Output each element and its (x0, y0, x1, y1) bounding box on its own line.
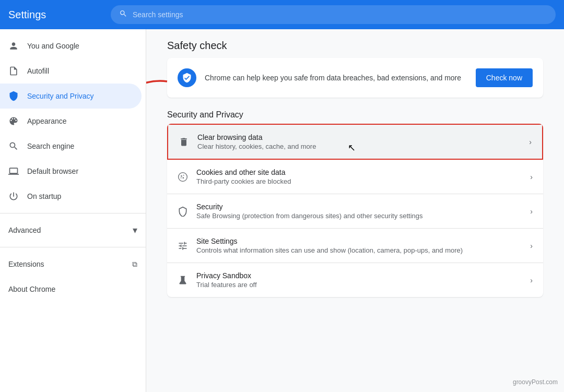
palette-icon (8, 116, 19, 126)
sidebar-label-you-and-google: You and Google (27, 42, 133, 50)
privacy-sandbox-text: Privacy Sandbox Trial features are off (196, 271, 522, 289)
svg-point-5 (181, 177, 182, 178)
header: Settings (0, 0, 564, 29)
clear-browsing-data-text: Clear browsing data Clear history, cooki… (197, 133, 521, 150)
flask-icon (178, 275, 188, 286)
sidebar-item-on-startup[interactable]: On startup (0, 184, 142, 209)
tune-icon (178, 241, 188, 251)
search-engine-icon (8, 141, 19, 151)
sidebar-item-autofill[interactable]: Autofill (0, 58, 142, 84)
chevron-down-icon: ▾ (133, 224, 137, 236)
sidebar-label-search-engine: Search engine (27, 142, 133, 150)
settings-title: Settings (8, 9, 102, 21)
sidebar-item-search-engine[interactable]: Search engine (0, 134, 142, 159)
autofill-icon (8, 66, 19, 76)
cookies-site-data-subtitle: Third-party cookies are blocked (196, 177, 522, 185)
chevron-right-icon-1: › (530, 173, 533, 181)
chevron-right-icon-2: › (530, 207, 533, 216)
site-settings-subtitle: Controls what information sites can use … (196, 246, 522, 254)
sidebar-label-security-privacy: Security and Privacy (27, 92, 133, 100)
safety-check-card: Chrome can help keep you safe from data … (167, 58, 543, 98)
sidebar: You and Google Autofill Security and Pri… (0, 29, 146, 392)
svg-point-3 (183, 174, 184, 175)
chevron-right-icon-0: › (529, 138, 532, 146)
cookies-site-data-title: Cookies and other site data (196, 168, 522, 176)
privacy-sandbox-title: Privacy Sandbox (196, 271, 522, 280)
advanced-label: Advanced (8, 226, 41, 234)
search-bar[interactable] (111, 5, 556, 24)
search-icon (119, 9, 127, 20)
svg-point-1 (179, 172, 187, 181)
shield-icon (8, 91, 19, 101)
sidebar-label-appearance: Appearance (27, 117, 133, 125)
watermark: groovyPost.com (513, 378, 558, 386)
sidebar-label-default-browser: Default browser (27, 167, 133, 175)
cookies-site-data-text: Cookies and other site data Third-party … (196, 168, 522, 185)
sidebar-divider-1 (0, 213, 146, 213)
check-now-button[interactable]: Check now (476, 68, 533, 87)
clear-browsing-data-row[interactable]: Clear browsing data Clear history, cooki… (167, 124, 543, 160)
svg-point-4 (183, 177, 184, 179)
computer-icon (8, 166, 19, 176)
sidebar-item-security-privacy[interactable]: Security and Privacy (0, 84, 142, 109)
section-title: Security and Privacy (167, 110, 543, 120)
sidebar-item-you-and-google[interactable]: You and Google (0, 33, 142, 58)
sidebar-label-autofill: Autofill (27, 67, 133, 75)
site-settings-text: Site Settings Controls what information … (196, 237, 522, 254)
delete-icon (179, 137, 189, 147)
main-content: Safety check Chrome can help keep you sa… (146, 29, 564, 392)
about-chrome-label: About Chrome (8, 285, 55, 293)
sidebar-item-default-browser[interactable]: Default browser (0, 159, 142, 184)
privacy-sandbox-row[interactable]: Privacy Sandbox Trial features are off › (167, 263, 543, 297)
cookies-site-data-row[interactable]: Cookies and other site data Third-party … (167, 160, 543, 194)
clear-browsing-data-subtitle: Clear history, cookies, cache, and more (197, 142, 521, 150)
settings-card: Clear browsing data Clear history, cooki… (167, 124, 543, 297)
sidebar-item-extensions[interactable]: Extensions ⧉ (0, 252, 146, 277)
cookie-icon (178, 172, 188, 182)
privacy-sandbox-subtitle: Trial features are off (196, 281, 522, 289)
site-settings-row[interactable]: Site Settings Controls what information … (167, 229, 543, 263)
layout: You and Google Autofill Security and Pri… (0, 29, 564, 392)
safety-check-title: Safety check (167, 40, 543, 52)
security-title: Security (196, 203, 522, 211)
site-settings-title: Site Settings (196, 237, 522, 245)
security-subtitle: Safe Browsing (protection from dangerous… (196, 212, 522, 220)
sidebar-item-appearance[interactable]: Appearance (0, 109, 142, 134)
content-wrapper: Safety check Chrome can help keep you sa… (167, 40, 543, 297)
chevron-right-icon-3: › (530, 242, 533, 250)
sidebar-item-about-chrome[interactable]: About Chrome (0, 277, 146, 302)
security-text: Security Safe Browsing (protection from … (196, 203, 522, 220)
safety-check-description: Chrome can help keep you safe from data … (205, 73, 467, 84)
search-input[interactable] (133, 10, 547, 19)
security-row[interactable]: Security Safe Browsing (protection from … (167, 194, 543, 229)
extensions-label: Extensions (8, 260, 44, 268)
sidebar-item-advanced[interactable]: Advanced ▾ (0, 218, 146, 243)
external-link-icon: ⧉ (132, 260, 137, 269)
person-icon (8, 41, 19, 51)
power-icon (8, 191, 19, 201)
sidebar-label-on-startup: On startup (27, 192, 133, 200)
safety-shield-icon (178, 68, 196, 87)
chevron-right-icon-4: › (530, 276, 533, 284)
clear-browsing-data-title: Clear browsing data (197, 133, 521, 141)
svg-point-2 (181, 175, 182, 177)
sidebar-divider-2 (0, 247, 146, 247)
shield-outline-icon (178, 206, 188, 217)
